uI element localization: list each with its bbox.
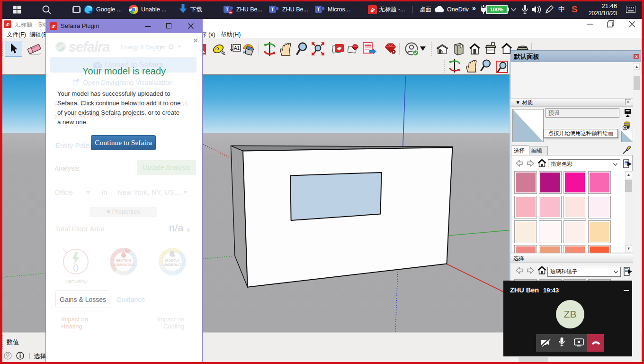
- svg-text:A1: A1: [234, 46, 240, 51]
- svg-text:T: T: [225, 7, 229, 12]
- svg-text:T: T: [271, 7, 274, 12]
- svg-text:kBTU/ft²/yr: kBTU/ft²/yr: [66, 279, 88, 284]
- svg-text:T: T: [317, 7, 320, 12]
- svg-text:0: 0: [73, 262, 79, 274]
